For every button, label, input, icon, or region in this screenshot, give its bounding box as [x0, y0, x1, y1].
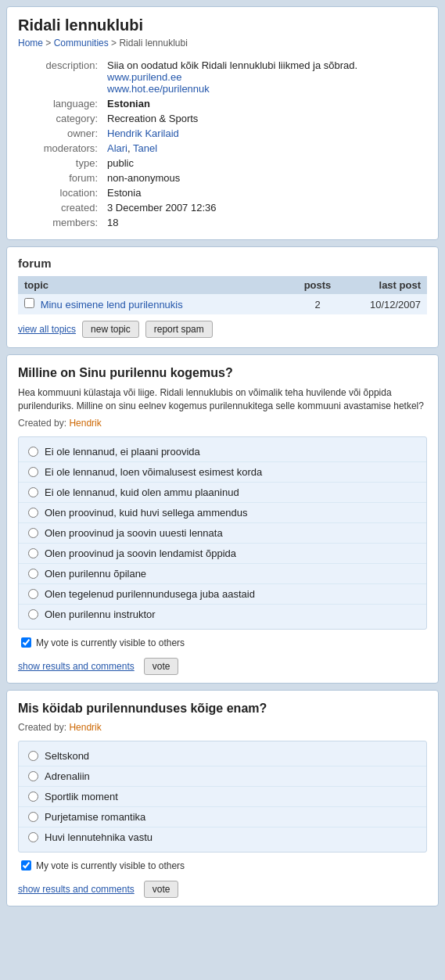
forum-table-header: topic posts last post: [18, 276, 427, 294]
breadcrumb-home[interactable]: Home: [18, 38, 43, 48]
moderator1-link[interactable]: Alari: [107, 142, 127, 154]
poll1-radio-8[interactable]: [28, 609, 38, 619]
poll1-radio-2[interactable]: [28, 487, 38, 497]
poll2-footer: show results and comments vote: [18, 878, 427, 898]
owner-value: Hendrik Karilaid: [104, 126, 427, 141]
poll1-option-label: Olen purilennu õpilane: [45, 568, 146, 580]
poll2-option: Purjetamise romantika: [19, 807, 426, 827]
poll2-option: Adrenaliin: [19, 766, 426, 787]
moderators-label: moderators:: [18, 141, 104, 156]
poll2-option-label: Sportlik moment: [45, 791, 118, 802]
moderator2-link[interactable]: Tanel: [133, 142, 157, 154]
poll2-created-by[interactable]: Hendrik: [69, 722, 101, 733]
type-value: public: [104, 156, 427, 171]
poll2-vote-button[interactable]: vote: [144, 881, 179, 898]
poll1-option: Ei ole lennanud, ei plaani proovida: [19, 442, 426, 462]
poll1-radio-4[interactable]: [28, 528, 38, 538]
info-row-location: location: Estonia: [18, 185, 427, 200]
info-row-language: language: Estonian: [18, 96, 427, 111]
view-all-topics-link[interactable]: view all topics: [18, 324, 76, 335]
poll1-radio-0[interactable]: [28, 447, 38, 457]
poll1-radio-7[interactable]: [28, 589, 38, 599]
poll1-question: Milline on Sinu purilennu kogemus?: [18, 366, 427, 380]
forum-table-row: Minu esimene lend purilennukis 2 10/12/2…: [18, 294, 427, 314]
new-topic-button[interactable]: new topic: [82, 321, 139, 338]
poll1-radio-6[interactable]: [28, 569, 38, 579]
poll2-option: Seltskond: [19, 746, 426, 766]
poll2-option-label: Seltskond: [45, 750, 89, 762]
link1[interactable]: www.purilend.ee: [107, 71, 181, 83]
poll2-radio-1[interactable]: [28, 771, 38, 781]
category-value: Recreation & Sports: [104, 111, 427, 126]
poll1-radio-1[interactable]: [28, 467, 38, 477]
topic-lastpost-cell: 10/12/2007: [349, 294, 427, 314]
poll2-created: Created by: Hendrik: [18, 722, 427, 733]
poll1-option-label: Ei ole lennanud, kuid olen ammu plaaninu…: [45, 486, 239, 498]
language-value: Estonian: [104, 96, 427, 111]
poll2-radio-4[interactable]: [28, 832, 38, 842]
poll1-option: Olen proovinud ja soovin lendamist õppid…: [19, 544, 426, 564]
poll1-option: Ei ole lennanud, kuid olen ammu plaaninu…: [19, 483, 426, 503]
poll1-option-label: Olen purilennu instruktor: [45, 608, 156, 620]
created-label: created:: [18, 200, 104, 215]
poll1-created: Created by: Hendrik: [18, 418, 427, 429]
poll1-option: Olen proovinud, kuid huvi sellega ammend…: [19, 503, 426, 523]
poll1-option-label: Olen proovinud, kuid huvi sellega ammend…: [45, 507, 247, 519]
poll2-visible-label: My vote is currently visible to others: [36, 860, 185, 871]
info-row-forum: forum: non-anonymous: [18, 171, 427, 185]
created-value: 3 December 2007 12:36: [104, 200, 427, 215]
poll1-visible-row: My vote is currently visible to others: [18, 637, 427, 648]
info-row-type: type: public: [18, 156, 427, 171]
location-label: location:: [18, 185, 104, 200]
poll1-card: Milline on Sinu purilennu kogemus? Hea k…: [6, 354, 439, 684]
info-row-description: description: Siia on oodatud kõik Ridali…: [18, 58, 427, 96]
poll1-option-label: Ei ole lennanud, ei plaani proovida: [45, 446, 200, 458]
poll2-radio-0[interactable]: [28, 751, 38, 761]
info-row-moderators: moderators: Alari, Tanel: [18, 141, 427, 156]
poll2-show-results-link[interactable]: show results and comments: [18, 884, 135, 895]
topic-posts-cell: 2: [286, 294, 349, 314]
poll1-option-label: Olen proovinud ja soovin uuesti lennata: [45, 527, 223, 539]
poll2-radio-3[interactable]: [28, 812, 38, 822]
poll1-option-label: Olen proovinud ja soovin lendamist õppid…: [45, 547, 236, 559]
language-label: language:: [18, 96, 104, 111]
topic-checkbox[interactable]: [24, 298, 34, 308]
breadcrumb-sep1: >: [45, 38, 53, 48]
owner-label: owner:: [18, 126, 104, 141]
info-row-members: members: 18: [18, 215, 427, 230]
info-table: description: Siia on oodatud kõik Ridali…: [18, 58, 427, 230]
category-label: category:: [18, 111, 104, 126]
forum-section-title: forum: [18, 257, 427, 270]
topic-link[interactable]: Minu esimene lend purilennukis: [41, 299, 183, 311]
poll1-option: Olen proovinud ja soovin uuesti lennata: [19, 523, 426, 544]
forum-actions: view all topics new topic report spam: [18, 321, 427, 338]
breadcrumb-current: Ridali lennuklubi: [119, 38, 187, 48]
poll1-show-results-link[interactable]: show results and comments: [18, 661, 135, 672]
link2[interactable]: www.hot.ee/purilennuk: [107, 83, 210, 95]
poll1-visible-checkbox[interactable]: [21, 637, 31, 648]
poll1-visible-label: My vote is currently visible to others: [36, 637, 185, 648]
poll1-option-label: Olen tegelenud purilennundusega juba aas…: [45, 588, 255, 600]
poll1-option: Olen purilennu instruktor: [19, 605, 426, 624]
poll1-option: Ei ole lennanud, loen võimalusest esimes…: [19, 462, 426, 483]
poll1-radio-3[interactable]: [28, 508, 38, 518]
poll2-visible-checkbox[interactable]: [21, 860, 31, 871]
owner-link[interactable]: Hendrik Karilaid: [107, 127, 179, 139]
poll1-created-by[interactable]: Hendrik: [69, 418, 101, 429]
poll2-option: Huvi lennutehnika vastu: [19, 827, 426, 847]
col-header-posts: posts: [286, 276, 349, 294]
topic-title-cell: Minu esimene lend purilennukis: [18, 294, 286, 314]
description-value: Siia on oodatud kõik Ridali lennuklubi l…: [104, 58, 427, 96]
info-row-created: created: 3 December 2007 12:36: [18, 200, 427, 215]
poll1-radio-5[interactable]: [28, 548, 38, 558]
poll2-card: Mis köidab purilennunduses kõige enam? C…: [6, 690, 439, 906]
poll2-radio-2[interactable]: [28, 792, 38, 802]
poll1-vote-button[interactable]: vote: [144, 658, 179, 675]
poll1-footer: show results and comments vote: [18, 655, 427, 675]
poll2-option: Sportlik moment: [19, 787, 426, 807]
breadcrumb-communities[interactable]: Communities: [54, 38, 109, 48]
poll1-description: Hea kommuuni külastaja või liige. Ridali…: [18, 386, 427, 413]
report-spam-button[interactable]: report spam: [145, 321, 213, 338]
location-value: Estonia: [104, 185, 427, 200]
poll1-option-label: Ei ole lennanud, loen võimalusest esimes…: [45, 466, 262, 478]
